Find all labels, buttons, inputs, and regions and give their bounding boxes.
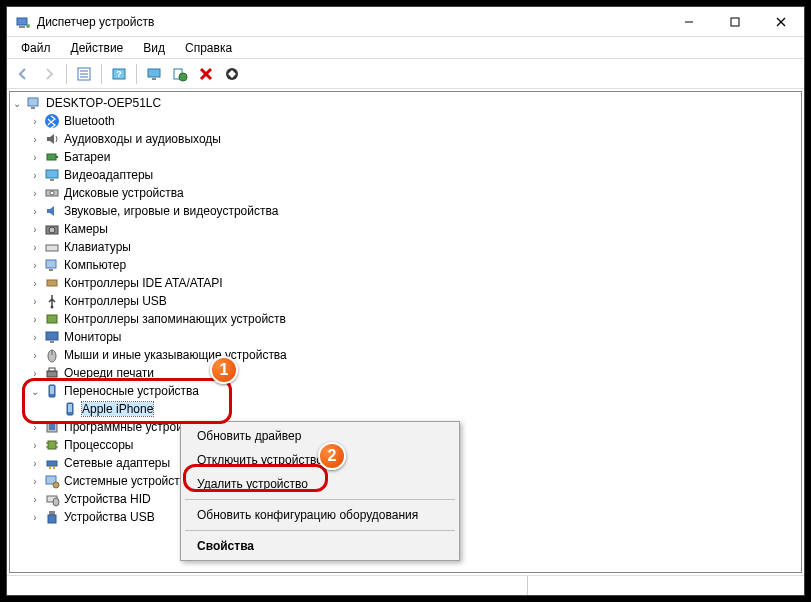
mouse-icon: [44, 347, 60, 363]
tree-item-apple-iphone[interactable]: ›Apple iPhone: [10, 400, 801, 418]
expander-icon[interactable]: ›: [28, 132, 42, 146]
menu-action[interactable]: Действие: [61, 39, 134, 57]
titlebar: Диспетчер устройств: [7, 7, 804, 37]
tree-item-usb-controllers[interactable]: ›Контроллеры USB: [10, 292, 801, 310]
expander-open-icon[interactable]: ⌄: [10, 96, 24, 110]
menu-help[interactable]: Справка: [175, 39, 242, 57]
tree-item-display-adapters[interactable]: ›Видеоадаптеры: [10, 166, 801, 184]
tree-label: Устройства USB: [64, 510, 155, 524]
phone-icon: [62, 401, 78, 417]
svg-rect-0: [17, 18, 27, 25]
toolbar-back-button[interactable]: [11, 62, 35, 86]
expander-icon[interactable]: ›: [28, 420, 42, 434]
expander-icon[interactable]: ›: [28, 150, 42, 164]
toolbar-monitor-button[interactable]: [142, 62, 166, 86]
toolbar-scan-button[interactable]: [168, 62, 192, 86]
toolbar-properties-button[interactable]: [72, 62, 96, 86]
tree-item-batteries[interactable]: ›Батареи: [10, 148, 801, 166]
svg-rect-21: [31, 107, 35, 109]
close-button[interactable]: [758, 7, 804, 37]
svg-rect-4: [731, 18, 739, 26]
svg-point-60: [53, 482, 59, 488]
svg-point-16: [179, 73, 187, 81]
tree-item-ide-controllers[interactable]: ›Контроллеры IDE ATA/ATAPI: [10, 274, 801, 292]
svg-point-62: [53, 498, 59, 506]
expander-open-icon[interactable]: ⌄: [28, 384, 42, 398]
toolbar-disable-button[interactable]: [220, 62, 244, 86]
tree-item-disk-drives[interactable]: ›Дисковые устройства: [10, 184, 801, 202]
tree-item-sound-game-video[interactable]: ›Звуковые, игровые и видеоустройства: [10, 202, 801, 220]
tree-item-print-queues[interactable]: ›Очереди печати: [10, 364, 801, 382]
camera-icon: [44, 221, 60, 237]
keyboard-icon: [44, 239, 60, 255]
expander-icon[interactable]: ›: [28, 312, 42, 326]
expander-icon[interactable]: ›: [28, 276, 42, 290]
toolbar-separator: [66, 64, 67, 84]
svg-rect-57: [49, 466, 51, 469]
battery-icon: [44, 149, 60, 165]
ctx-scan-hardware[interactable]: Обновить конфигурацию оборудования: [183, 503, 457, 527]
toolbar-forward-button[interactable]: [37, 62, 61, 86]
expander-icon[interactable]: ›: [28, 294, 42, 308]
expander-icon[interactable]: ›: [28, 222, 42, 236]
ctx-properties[interactable]: Свойства: [183, 534, 457, 558]
expander-icon[interactable]: ›: [28, 438, 42, 452]
tree-item-mice[interactable]: ›Мыши и иные указывающие устройства: [10, 346, 801, 364]
tree-item-cameras[interactable]: ›Камеры: [10, 220, 801, 238]
svg-point-2: [26, 24, 30, 28]
svg-point-28: [50, 191, 54, 195]
tree-label: Устройства HID: [64, 492, 151, 506]
ctx-uninstall-device[interactable]: Удалить устройство: [183, 472, 457, 496]
ctx-disable-device[interactable]: Отключить устройство: [183, 448, 457, 472]
tree-label-selected: Apple iPhone: [82, 402, 153, 416]
svg-rect-58: [53, 466, 55, 469]
svg-rect-20: [28, 98, 38, 106]
toolbar-help-button[interactable]: ?: [107, 62, 131, 86]
expander-icon[interactable]: ›: [28, 240, 42, 254]
computer-icon: [44, 257, 60, 273]
expander-icon[interactable]: ›: [28, 474, 42, 488]
tree-item-computer[interactable]: ›Компьютер: [10, 256, 801, 274]
expander-icon[interactable]: ›: [28, 168, 42, 182]
expander-icon[interactable]: ›: [28, 456, 42, 470]
tree-item-storage-controllers[interactable]: ›Контроллеры запоминающих устройств: [10, 310, 801, 328]
tree-label: Процессоры: [64, 438, 134, 452]
tree-label: Аудиовходы и аудиовыходы: [64, 132, 221, 146]
minimize-button[interactable]: [666, 7, 712, 37]
svg-rect-46: [50, 386, 54, 394]
svg-point-30: [49, 227, 55, 233]
tree-item-keyboards[interactable]: ›Клавиатуры: [10, 238, 801, 256]
expander-icon[interactable]: ›: [28, 492, 42, 506]
svg-rect-38: [47, 315, 57, 323]
tree-item-bluetooth[interactable]: ›Bluetooth: [10, 112, 801, 130]
tree-root[interactable]: ⌄ DESKTOP-OEP51LC: [10, 94, 801, 112]
expander-icon[interactable]: ›: [28, 258, 42, 272]
maximize-button[interactable]: [712, 7, 758, 37]
expander-icon[interactable]: ›: [28, 366, 42, 380]
menu-view[interactable]: Вид: [133, 39, 175, 57]
ctx-separator: [185, 530, 455, 531]
usb-device-icon: [44, 509, 60, 525]
ctx-update-driver[interactable]: Обновить драйвер: [183, 424, 457, 448]
expander-icon[interactable]: ›: [28, 186, 42, 200]
expander-icon[interactable]: ›: [28, 204, 42, 218]
svg-rect-23: [47, 154, 56, 160]
printer-icon: [44, 365, 60, 381]
tree-item-portable-devices[interactable]: ⌄Переносные устройства: [10, 382, 801, 400]
tree-label: Дисковые устройства: [64, 186, 184, 200]
tree-item-audio-io[interactable]: ›Аудиовходы и аудиовыходы: [10, 130, 801, 148]
expander-icon[interactable]: ›: [28, 510, 42, 524]
context-menu: Обновить драйвер Отключить устройство Уд…: [180, 421, 460, 561]
svg-rect-31: [46, 245, 58, 251]
expander-icon[interactable]: ›: [28, 114, 42, 128]
svg-point-37: [51, 306, 54, 309]
tree-item-monitors[interactable]: ›Мониторы: [10, 328, 801, 346]
expander-icon[interactable]: ›: [28, 330, 42, 344]
toolbar-uninstall-button[interactable]: [194, 62, 218, 86]
expander-icon[interactable]: ›: [28, 348, 42, 362]
svg-rect-51: [48, 441, 56, 449]
storage-icon: [44, 311, 60, 327]
portable-icon: [44, 383, 60, 399]
tree-panel: ⌄ DESKTOP-OEP51LC ›Bluetooth ›Аудиовходы…: [9, 91, 802, 573]
menu-file[interactable]: Файл: [11, 39, 61, 57]
